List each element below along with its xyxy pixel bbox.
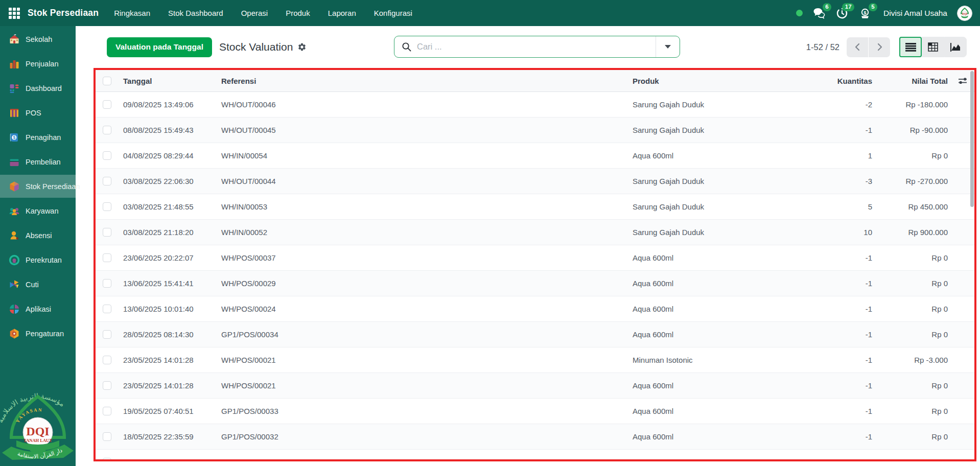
- row-checkbox[interactable]: [103, 356, 111, 364]
- cell-nilai-total: Rp 0: [875, 432, 951, 441]
- table-row[interactable]: 23/05/2025 14:01:28 WH/POS/00021 Minuman…: [96, 347, 974, 373]
- sidebar-item-label: Absensi: [26, 231, 52, 240]
- nav-item-konfigurasi[interactable]: Konfigurasi: [374, 9, 412, 17]
- table-row[interactable]: 03/08/2025 22:06:30 WH/OUT/00044 Sarung …: [96, 169, 974, 194]
- cell-referensi: WH/POS/00037: [216, 253, 627, 262]
- sidebar-item-pos[interactable]: POS: [0, 101, 76, 124]
- cell-referensi: WH/OUT/00045: [216, 126, 627, 134]
- app-name[interactable]: Stok Persediaan: [28, 8, 99, 18]
- cell-produk: Aqua 600ml: [627, 407, 827, 415]
- sidebar-item-penagihan[interactable]: $ Penagihan: [0, 126, 76, 149]
- cell-tanggal: 19/05/2025 07:40:51: [118, 407, 216, 415]
- company-name[interactable]: Divisi Amal Usaha: [883, 9, 947, 18]
- nav-item-operasi[interactable]: Operasi: [241, 9, 268, 17]
- sidebar-item-label: Sekolah: [26, 35, 52, 43]
- attendance-icon: [9, 230, 20, 241]
- cell-tanggal: 03/08/2025 22:06:30: [118, 177, 216, 185]
- column-header-kuantitas[interactable]: Kuantitas: [827, 77, 875, 85]
- cell-produk: Aqua 600ml: [627, 151, 827, 160]
- row-checkbox[interactable]: [103, 432, 111, 441]
- row-checkbox[interactable]: [103, 126, 111, 134]
- sidebar-item-absensi[interactable]: Absensi: [0, 224, 76, 247]
- cell-nilai-total: Rp -90.000: [875, 126, 951, 134]
- table-row[interactable]: 15/05/2025 19:03:20 WH/POS/00017 Aqua 60…: [96, 450, 974, 461]
- optional-columns-icon[interactable]: [958, 77, 967, 85]
- sidebar-item-stok-persediaan[interactable]: Stok Persediaan: [0, 175, 76, 198]
- purchase-icon: [9, 156, 20, 168]
- table-row[interactable]: 03/08/2025 21:18:20 WH/IN/00052 Sarung G…: [96, 220, 974, 245]
- sidebar-item-pembelian[interactable]: Pembelian: [0, 150, 76, 173]
- sidebar-item-pengaturan[interactable]: Pengaturan: [0, 322, 76, 345]
- user-avatar[interactable]: DQI: [957, 6, 972, 21]
- table-row[interactable]: 04/08/2025 08:29:44 WH/IN/00054 Aqua 600…: [96, 143, 974, 169]
- list-view-button[interactable]: [899, 37, 922, 57]
- row-checkbox[interactable]: [103, 202, 111, 211]
- select-all-checkbox[interactable]: [103, 77, 111, 85]
- sidebar-item-dashboard[interactable]: Dashboard: [0, 77, 76, 100]
- sidebar-item-label: POS: [26, 109, 41, 117]
- table-row[interactable]: 23/06/2025 20:22:07 WH/POS/00037 Aqua 60…: [96, 245, 974, 271]
- table-row[interactable]: 18/05/2025 22:35:59 GP1/POS/00032 Aqua 6…: [96, 424, 974, 450]
- row-checkbox[interactable]: [103, 458, 111, 461]
- apps-grid-icon[interactable]: [9, 8, 20, 19]
- money-requests-icon[interactable]: $ 5: [858, 7, 872, 20]
- sidebar-item-aplikasi[interactable]: Aplikasi: [0, 297, 76, 320]
- cell-nilai-total: Rp -180.000: [875, 100, 951, 109]
- table-row[interactable]: 03/08/2025 21:48:55 WH/IN/00053 Sarung G…: [96, 194, 974, 220]
- cell-nilai-total: Rp 0: [875, 305, 951, 313]
- cell-nilai-total: Rp 0: [875, 279, 951, 288]
- search-dropdown-toggle[interactable]: [656, 36, 680, 57]
- row-checkbox[interactable]: [103, 100, 111, 109]
- vertical-scrollbar-thumb[interactable]: [970, 71, 974, 207]
- nav-item-laporan[interactable]: Laporan: [328, 9, 356, 17]
- column-header-nilai-total[interactable]: Nilai Total: [875, 77, 951, 85]
- column-header-produk[interactable]: Produk: [627, 77, 827, 85]
- row-checkbox[interactable]: [103, 407, 111, 415]
- row-checkbox[interactable]: [103, 330, 111, 339]
- table-row[interactable]: 08/08/2025 15:49:43 WH/OUT/00045 Sarung …: [96, 118, 974, 143]
- sidebar-item-perekrutan[interactable]: Perekrutan: [0, 248, 76, 271]
- nav-item-produk[interactable]: Produk: [286, 9, 310, 17]
- column-header-referensi[interactable]: Referensi: [216, 77, 627, 85]
- table-row[interactable]: 28/05/2025 08:14:30 GP1/POS/00034 Aqua 6…: [96, 322, 974, 347]
- row-checkbox[interactable]: [103, 253, 111, 262]
- previous-page-button[interactable]: [847, 37, 868, 57]
- row-checkbox[interactable]: [103, 151, 111, 160]
- sidebar-item-label: Karyawan: [26, 207, 58, 215]
- sidebar-item-sekolah[interactable]: Sekolah: [0, 28, 76, 51]
- table-row[interactable]: 23/05/2025 14:01:28 WH/POS/00021 Aqua 60…: [96, 373, 974, 399]
- table-row[interactable]: 19/05/2025 07:40:51 GP1/POS/00033 Aqua 6…: [96, 399, 974, 424]
- row-checkbox[interactable]: [103, 228, 111, 237]
- search-input[interactable]: [417, 42, 656, 52]
- cell-produk: Aqua 600ml: [627, 279, 827, 288]
- sidebar: Sekolah Penjualan Dashboard POS $ Penagi…: [0, 26, 76, 466]
- row-checkbox[interactable]: [103, 177, 111, 185]
- nav-item-ringkasan[interactable]: Ringkasan: [114, 9, 150, 17]
- row-checkbox[interactable]: [103, 381, 111, 390]
- next-page-button[interactable]: [869, 37, 890, 57]
- row-checkbox[interactable]: [103, 279, 111, 288]
- valuation-pada-tanggal-button[interactable]: Valuation pada Tanggal: [107, 37, 212, 57]
- messages-badge: 6: [823, 3, 831, 12]
- messages-icon[interactable]: 6: [812, 7, 826, 20]
- row-checkbox[interactable]: [103, 305, 111, 313]
- graph-view-button[interactable]: [944, 37, 967, 57]
- cell-tanggal: 28/05/2025 08:14:30: [118, 330, 216, 339]
- sidebar-item-label: Penagihan: [26, 133, 61, 142]
- sidebar-item-penjualan[interactable]: Penjualan: [0, 52, 76, 75]
- column-header-tanggal[interactable]: Tanggal: [118, 77, 216, 85]
- cell-produk: Sarung Gajah Duduk: [627, 126, 827, 134]
- sidebar-item-label: Aplikasi: [26, 305, 51, 313]
- table-header-row: Tanggal Referensi Produk Kuantitas Nilai…: [96, 70, 974, 92]
- cell-kuantitas: -1: [827, 253, 875, 262]
- logo-arabic-arc-text: مؤسسة التربية الاسلامية: [0, 392, 66, 424]
- sidebar-item-karyawan[interactable]: Karyawan: [0, 199, 76, 222]
- table-row[interactable]: 09/08/2025 13:49:06 WH/OUT/00046 Sarung …: [96, 92, 974, 118]
- nav-item-stok-dashboard[interactable]: Stok Dashboard: [168, 9, 223, 17]
- gear-icon[interactable]: [297, 42, 307, 52]
- activities-clock-icon[interactable]: 17: [835, 7, 849, 20]
- table-row[interactable]: 13/06/2025 10:01:40 WH/POS/00024 Aqua 60…: [96, 296, 974, 322]
- table-row[interactable]: 13/06/2025 15:41:41 WH/POS/00029 Aqua 60…: [96, 271, 974, 296]
- pivot-view-button[interactable]: [922, 37, 944, 57]
- sidebar-item-cuti[interactable]: Cuti: [0, 273, 76, 296]
